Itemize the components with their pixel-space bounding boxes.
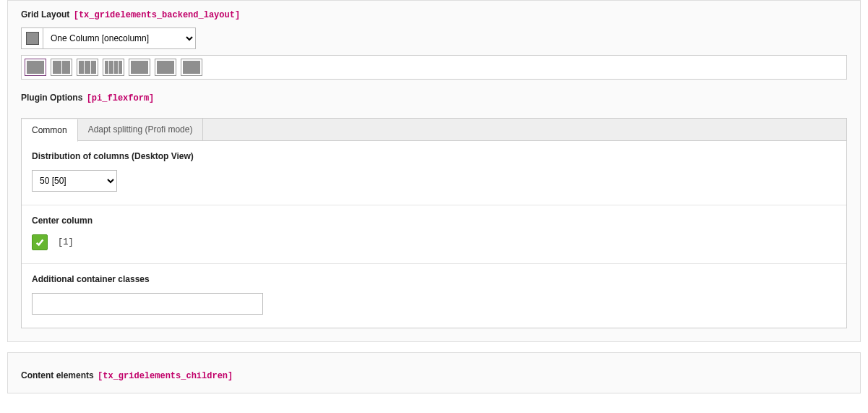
tab-common[interactable]: Common bbox=[22, 119, 78, 142]
tab-body-common: Distribution of columns (Desktop View) 5… bbox=[22, 141, 846, 328]
layout-thumb-col bbox=[131, 61, 148, 74]
distribution-label: Distribution of columns (Desktop View) bbox=[32, 151, 836, 161]
layout-thumb-col bbox=[91, 61, 96, 74]
additional-classes-label: Additional container classes bbox=[32, 274, 836, 284]
layout-thumb-col bbox=[85, 61, 90, 74]
content-elements-panel: Content elements [tx_gridelements_childr… bbox=[7, 352, 861, 393]
layout-thumb-2[interactable] bbox=[77, 59, 98, 76]
layout-thumb-5[interactable] bbox=[155, 59, 176, 76]
layout-thumb-col bbox=[105, 61, 108, 74]
layout-thumb-3[interactable] bbox=[103, 59, 124, 76]
plugin-options-title: Plugin Options bbox=[21, 93, 82, 103]
additional-classes-field: Additional container classes bbox=[22, 264, 846, 328]
layout-thumb-6[interactable] bbox=[181, 59, 202, 76]
layout-thumb-col bbox=[183, 61, 200, 74]
grid-layout-label: Grid Layout [tx_gridelements_backend_lay… bbox=[21, 9, 847, 20]
layout-thumb-icon bbox=[26, 32, 39, 45]
distribution-field: Distribution of columns (Desktop View) 5… bbox=[22, 141, 846, 205]
layout-current-thumb bbox=[21, 27, 43, 49]
center-column-label: Center column bbox=[32, 216, 836, 226]
layout-thumb-col bbox=[157, 61, 174, 74]
content-elements-section: Content elements [tx_gridelements_childr… bbox=[8, 363, 860, 393]
layout-thumb-col bbox=[27, 61, 44, 74]
grid-layout-title: Grid Layout bbox=[21, 9, 69, 20]
layout-thumb-4[interactable] bbox=[129, 59, 150, 76]
plugin-options-label: Plugin Options [pi_flexform] bbox=[21, 93, 847, 103]
grid-layout-panel: Grid Layout [tx_gridelements_backend_lay… bbox=[7, 0, 861, 342]
layout-thumb-col bbox=[62, 61, 71, 74]
layout-thumb-1[interactable] bbox=[51, 59, 72, 76]
plugin-options-tabs: CommonAdapt splitting (Profi mode) Distr… bbox=[21, 118, 847, 328]
layout-thumb-col bbox=[119, 61, 122, 74]
layout-select-row: One Column [onecolumn] bbox=[21, 27, 847, 49]
center-column-value: [1] bbox=[58, 237, 74, 247]
distribution-select[interactable]: 50 [50] bbox=[32, 170, 117, 192]
tab-adapt-splitting-profi-mode-[interactable]: Adapt splitting (Profi mode) bbox=[78, 119, 204, 140]
layout-thumb-0[interactable] bbox=[25, 59, 46, 76]
additional-classes-input[interactable] bbox=[32, 293, 263, 315]
tabs-header: CommonAdapt splitting (Profi mode) bbox=[22, 119, 846, 141]
grid-layout-section: Grid Layout [tx_gridelements_backend_lay… bbox=[8, 1, 860, 84]
plugin-options-tech: [pi_flexform] bbox=[87, 93, 155, 103]
layout-thumb-row bbox=[21, 55, 847, 80]
layout-thumb-col bbox=[53, 61, 61, 74]
layout-select[interactable]: One Column [onecolumn] bbox=[43, 27, 196, 49]
grid-layout-tech: [tx_gridelements_backend_layout] bbox=[74, 10, 240, 20]
content-elements-title: Content elements bbox=[21, 370, 94, 380]
center-column-checkbox[interactable] bbox=[32, 234, 48, 250]
layout-thumb-col bbox=[79, 61, 84, 74]
check-icon bbox=[35, 237, 45, 247]
layout-thumb-col bbox=[109, 61, 113, 74]
center-column-row: [1] bbox=[32, 234, 836, 250]
center-column-field: Center column [1] bbox=[22, 205, 846, 264]
content-elements-tech: [tx_gridelements_children] bbox=[98, 371, 233, 381]
plugin-options-section: Plugin Options [pi_flexform] bbox=[8, 84, 860, 115]
content-elements-label: Content elements [tx_gridelements_childr… bbox=[21, 370, 847, 381]
layout-thumb-col bbox=[114, 61, 118, 74]
